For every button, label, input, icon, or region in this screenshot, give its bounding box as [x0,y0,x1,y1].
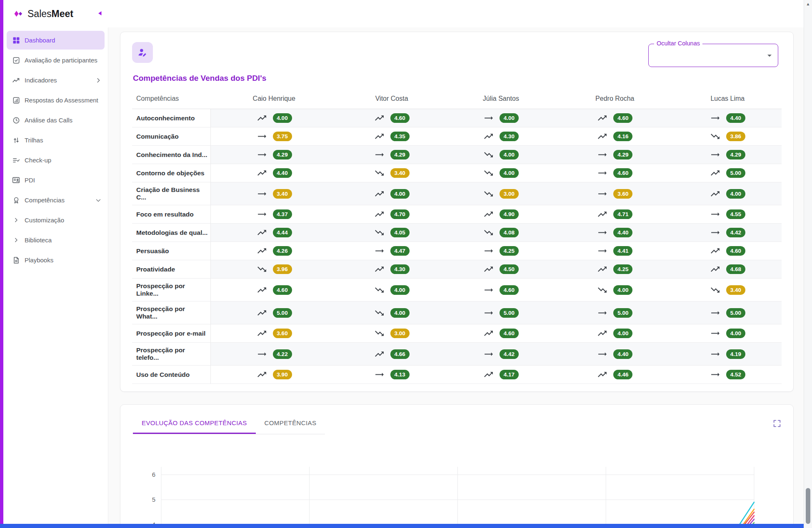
score-cell: 4.19 [674,343,782,366]
score-badge: 4.29 [390,150,410,159]
score-badge: 5.00 [273,308,292,318]
sidebar-item-indicadores[interactable]: Indicadores [7,71,105,90]
competency-label: Proatividade [132,260,210,279]
score-cell: 4.00 [674,324,782,343]
score-badge: 5.00 [613,308,632,318]
trend-down-icon [374,227,385,238]
score-badge: 4.13 [390,370,410,379]
score-badge: 4.25 [613,264,632,274]
competency-label: Criação de Business C... [132,182,210,205]
trend-down-icon [483,149,494,160]
competency-label: Prospecção por e-mail [132,324,210,343]
sidebar-item-label: Indicadores [25,77,57,84]
score-cell: 4.60 [338,109,446,127]
score-badge: 4.00 [500,150,519,159]
sidebar-item-label: Customização [25,217,64,224]
score-cell: 4.29 [674,146,782,164]
trend-up-icon [597,209,607,219]
score-cell: 3.00 [446,182,556,205]
scroll-thumb[interactable] [806,488,810,524]
tabs: EVOLUÇÃO DAS COMPETÊNCIAS COMPETÊNCIAS [133,413,325,434]
sidebar-item-pdi[interactable]: PDI [7,171,105,189]
score-badge: 4.05 [390,228,410,237]
score-cell: 4.29 [210,146,338,164]
trend-up-icon [483,328,494,339]
trend-flat-icon [374,369,385,380]
scrollbar[interactable]: ▲ [804,0,812,528]
score-cell: 5.00 [674,301,782,324]
score-cell: 4.00 [338,301,446,324]
competencies-table: CompetênciasCaio HenriqueVitor CostaJúli… [132,89,782,384]
trend-down-icon [597,285,607,295]
score-cell: 4.00 [210,109,338,127]
score-cell: 4.42 [446,343,556,366]
tab-competencias[interactable]: COMPETÊNCIAS [256,413,325,434]
fullscreen-icon[interactable] [772,419,782,428]
competency-label: Foco em resultado [132,205,210,224]
sidebar: DashboardAvaliação de participantesIndic… [3,27,108,528]
trend-up-icon [483,131,494,142]
score-badge: 4.60 [500,329,519,338]
score-cell: 4.00 [446,164,556,182]
trend-flat-icon [257,131,267,142]
sidebar-collapse-button[interactable] [97,11,102,16]
score-cell: 4.68 [674,260,782,279]
sidebar-item-trilhas[interactable]: Trilhas [7,131,105,149]
score-cell: 3.40 [338,164,446,182]
competency-label: Conhecimento da Ind... [132,146,210,164]
score-badge: 4.55 [726,209,745,219]
sidebar-item-dashboard[interactable]: Dashboard [7,31,105,50]
sidebar-item-competencias[interactable]: Competências [7,191,105,209]
sidebar-item-check-up[interactable]: Check-up [7,151,105,169]
chevron-right-small-icon [12,216,20,224]
score-cell: 4.40 [556,343,674,366]
table-row: Prospecção por telefo...4.224.664.424.40… [132,343,782,366]
competency-label: Comunicação [132,127,210,146]
trend-flat-icon [483,308,494,318]
score-cell: 3.40 [674,279,782,301]
sidebar-item-biblioteca[interactable]: Biblioteca [7,231,105,249]
score-badge: 4.42 [500,349,519,359]
trend-flat-icon [257,209,267,219]
sidebar-item-respostas-do-assessment[interactable]: Respostas do Assessment [7,91,105,110]
tab-evolucao-das-competencias[interactable]: EVOLUÇÃO DAS COMPETÊNCIAS [133,413,256,434]
table-row: Prospecção por Linke...4.604.004.604.003… [132,279,782,301]
scroll-up-arrow-icon[interactable]: ▲ [804,2,812,6]
score-cell: 4.16 [556,127,674,146]
score-cell: 4.50 [446,260,556,279]
competency-label: Autoconhecimento [132,109,210,127]
trend-up-icon [374,131,385,142]
trend-flat-icon [597,246,607,256]
table-row: Comunicação3.754.354.304.163.86 [132,127,782,146]
score-badge: 3.75 [273,132,292,141]
sidebar-item-customizacao[interactable]: Customização [7,211,105,229]
hide-columns-select[interactable]: Ocultar Colunas [648,44,778,67]
trend-down-icon [374,328,385,339]
trend-up-icon [257,246,267,256]
score-badge: 3.00 [500,189,519,199]
trend-down-icon [257,264,267,274]
table-row: Persuasão4.264.474.254.414.60 [132,242,782,260]
trend-flat-icon [710,149,720,160]
trend-up-icon [374,349,385,359]
trend-up-icon [710,264,720,274]
score-cell: 4.29 [556,146,674,164]
trend-down-icon [374,308,385,318]
column-header-person: Pedro Rocha [556,89,674,109]
table-row: Criação de Business C...3.404.003.003.60… [132,182,782,205]
score-cell: 3.86 [674,127,782,146]
trend-up-icon [483,264,494,274]
sidebar-item-analise-das-calls[interactable]: Análise das Calls [7,111,105,130]
trend-up-icon [257,369,267,380]
score-badge: 4.90 [500,209,519,219]
sidebar-item-avaliacao-de-participantes[interactable]: Avaliação de participantes [7,51,105,70]
topbar: SalesMeet [3,0,804,27]
trend-up-icon [710,189,720,199]
window-accent-border-bottom [0,524,804,528]
score-cell: 4.47 [338,242,446,260]
score-cell: 4.17 [446,366,556,384]
score-badge: 4.00 [390,189,410,199]
sidebar-item-playbooks[interactable]: Playbooks [7,251,105,269]
score-badge: 4.60 [500,285,519,295]
trend-up-icon [597,328,607,339]
